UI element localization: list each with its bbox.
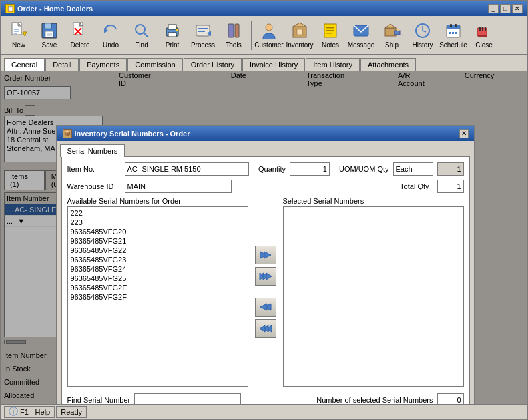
process-button[interactable]: Process [188, 19, 218, 52]
message-button[interactable]: Message [346, 19, 376, 52]
tools-icon [224, 21, 243, 40]
tab-commission[interactable]: Commission [127, 58, 183, 71]
notes-button[interactable]: Notes [316, 19, 345, 52]
delete-button[interactable]: Delete [65, 19, 95, 52]
total-qty-label: Total Qty [400, 182, 429, 190]
warehouse-label: Warehouse ID [67, 182, 121, 190]
schedule-label: Schedule [439, 41, 467, 49]
new-button[interactable]: New [4, 19, 33, 52]
tab-attachments[interactable]: Attachments [360, 58, 416, 71]
move-right-button[interactable] [255, 246, 276, 264]
tools-button[interactable]: Tools [219, 19, 248, 52]
serial-item-vfg22[interactable]: 96365485VFG22 [69, 246, 246, 255]
inventory-icon [290, 21, 309, 40]
svg-rect-50 [455, 32, 457, 34]
item-no-input[interactable] [125, 162, 249, 176]
schedule-button[interactable]: Schedule [439, 19, 468, 52]
total-qty-input[interactable] [437, 180, 464, 193]
svg-rect-33 [326, 27, 334, 29]
save-label: Save [42, 41, 57, 49]
modal-title-text: Inventory Serial Numbers - Order [75, 130, 190, 138]
print-button[interactable]: Print [158, 19, 187, 52]
close-button[interactable]: ✕ [512, 4, 523, 13]
move-all-right-button[interactable] [255, 267, 276, 286]
toolbar-sep-1 [251, 21, 252, 50]
svg-marker-62 [260, 304, 267, 310]
serial-item-vfg21[interactable]: 96365485VFG21 [69, 236, 246, 246]
tools-label: Tools [226, 41, 241, 49]
num-selected-value [437, 393, 464, 405]
svg-rect-19 [168, 25, 176, 29]
svg-rect-35 [326, 33, 332, 34]
find-label: Find [135, 41, 148, 49]
save-button[interactable]: Save [35, 19, 64, 52]
item-no-row: Item No. Quantity UOM/UOM Qty [67, 162, 464, 176]
status-help-icon: ⓘ [9, 406, 18, 418]
process-icon [194, 21, 212, 40]
ship-icon [382, 21, 401, 40]
modal-body: Item No. Quantity UOM/UOM Qty Warehouse … [61, 156, 470, 405]
available-serial-wrap: Available Serial Numbers for Order 222 2… [67, 197, 248, 387]
serial-item-222[interactable]: 222 [69, 208, 246, 218]
minimize-button[interactable]: _ [488, 4, 499, 13]
inventory-button[interactable]: Inventory [285, 19, 314, 52]
svg-rect-48 [449, 32, 451, 34]
status-help: ⓘ F1 - Help [4, 406, 55, 418]
svg-rect-23 [198, 28, 208, 29]
customer-button[interactable]: Customer [254, 19, 284, 52]
history-icon [413, 21, 432, 40]
serial-item-vfg20[interactable]: 96365485VFG20 [69, 227, 246, 236]
warehouse-input[interactable] [125, 180, 232, 193]
customer-icon [260, 21, 278, 40]
available-serial-list[interactable]: 222 223 96365485VFG20 96365485VFG21 9636… [67, 206, 248, 387]
serial-item-vfg25[interactable]: 96365485VFG25 [69, 274, 246, 283]
svg-rect-10 [47, 33, 52, 36]
undo-button[interactable]: Undo [96, 19, 125, 52]
tab-order-history[interactable]: Order History [184, 58, 242, 71]
tab-item-history[interactable]: Item History [306, 58, 360, 71]
history-button[interactable]: History [408, 19, 437, 52]
warehouse-row: Warehouse ID Total Qty [67, 180, 464, 193]
serial-item-vfg23[interactable]: 96365485VFG23 [69, 255, 246, 264]
svg-point-21 [176, 29, 178, 31]
main-tabs: General Detail Payments Commission Order… [1, 55, 527, 71]
tab-invoice-history[interactable]: Invoice History [242, 58, 305, 71]
svg-rect-5 [14, 33, 17, 34]
uom-qty-input[interactable] [437, 162, 464, 176]
tab-payments[interactable]: Payments [79, 58, 127, 71]
modal-title-icon: 📦 [63, 129, 72, 138]
inventory-label: Inventory [286, 41, 313, 49]
tab-detail[interactable]: Detail [45, 58, 79, 71]
serial-item-vfg2f[interactable]: 96365485VFG2F [69, 292, 246, 302]
move-left-button[interactable] [255, 298, 276, 317]
svg-rect-20 [168, 33, 176, 37]
modal-close-button[interactable]: ✕ [459, 129, 469, 138]
find-serial-input[interactable] [134, 393, 241, 405]
serial-item-vfg2e[interactable]: 96365485VFG2E [69, 283, 246, 292]
svg-rect-47 [455, 24, 457, 27]
uom-input[interactable] [393, 162, 433, 176]
svg-rect-39 [394, 31, 400, 35]
undo-icon [101, 21, 120, 40]
find-button[interactable]: Find [127, 19, 156, 52]
serial-item-223[interactable]: 223 [69, 218, 246, 227]
svg-line-17 [144, 33, 148, 37]
modal-tab-serial-numbers[interactable]: Serial Numbers [60, 144, 125, 157]
quantity-input[interactable] [290, 162, 330, 176]
ship-button[interactable]: Ship [377, 19, 407, 52]
print-icon [163, 21, 182, 40]
title-bar: 📋 Order - Home Dealers _ □ ✕ [1, 1, 527, 16]
move-all-left-button[interactable] [255, 319, 276, 338]
message-icon [352, 21, 370, 40]
tab-general[interactable]: General [4, 58, 45, 71]
selected-serial-wrap: Selected Serial Numbers [283, 197, 464, 387]
window-icon: 📋 [5, 4, 15, 13]
selected-serial-list[interactable] [283, 206, 464, 387]
serial-item-vfg24[interactable]: 96365485VFG24 [69, 264, 246, 274]
svg-point-28 [266, 24, 272, 31]
maximize-button[interactable]: □ [500, 4, 511, 13]
close-toolbar-button[interactable]: Close [469, 19, 499, 52]
svg-marker-38 [385, 24, 396, 28]
close-toolbar-label: Close [475, 41, 493, 49]
status-bar: ⓘ F1 - Help Ready [1, 404, 527, 419]
